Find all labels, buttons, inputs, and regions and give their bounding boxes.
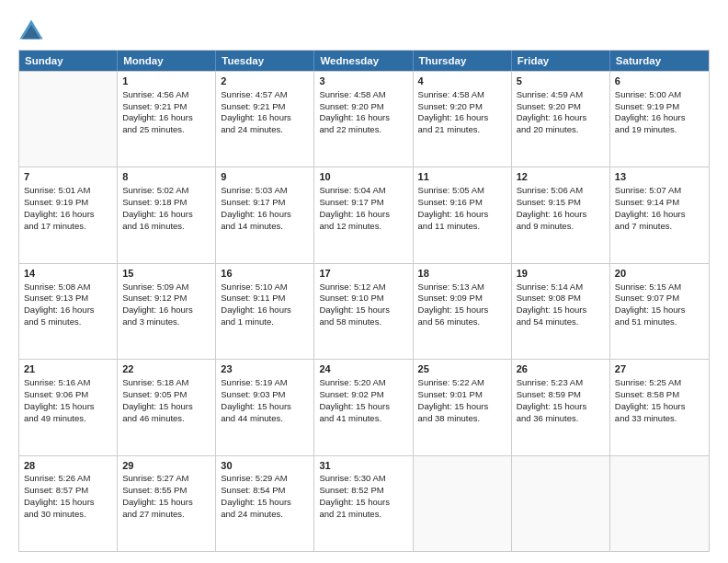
sunrise-text: Sunrise: 5:02 AM <box>122 185 210 197</box>
daylight-text: Daylight: 16 hours <box>615 112 704 124</box>
daylight-text2: and 21 minutes. <box>418 124 506 136</box>
sunset-text: Sunset: 9:13 PM <box>24 293 112 304</box>
day-cell-19: 19 Sunrise: 5:14 AM Sunset: 9:08 PM Dayl… <box>512 264 610 359</box>
day-cell-27: 27 Sunrise: 5:25 AM Sunset: 8:58 PM Dayl… <box>610 360 709 454</box>
daylight-text2: and 3 minutes. <box>122 316 210 328</box>
sunset-text: Sunset: 9:17 PM <box>319 197 407 209</box>
sunset-text: Sunset: 9:07 PM <box>615 293 704 304</box>
daylight-text2: and 5 minutes. <box>24 316 112 328</box>
daylight-text: Daylight: 16 hours <box>122 112 210 124</box>
daylight-text: Daylight: 16 hours <box>517 209 605 221</box>
sunset-text: Sunset: 9:21 PM <box>221 101 309 113</box>
daylight-text: Daylight: 15 hours <box>221 401 309 413</box>
daylight-text2: and 38 minutes. <box>418 413 506 425</box>
sunrise-text: Sunrise: 5:04 AM <box>319 185 407 197</box>
sunrise-text: Sunrise: 4:58 AM <box>319 89 407 101</box>
header-day-saturday: Saturday <box>610 51 709 71</box>
daylight-text2: and 24 minutes. <box>221 124 309 136</box>
daylight-text2: and 21 minutes. <box>319 509 407 521</box>
sunrise-text: Sunrise: 4:57 AM <box>221 89 309 101</box>
page: SundayMondayTuesdayWednesdayThursdayFrid… <box>0 0 728 563</box>
sunrise-text: Sunrise: 5:13 AM <box>418 282 506 293</box>
sunset-text: Sunset: 9:08 PM <box>517 293 605 304</box>
day-cell-28: 28 Sunrise: 5:26 AM Sunset: 8:57 PM Dayl… <box>19 456 118 551</box>
sunrise-text: Sunrise: 5:08 AM <box>24 282 112 293</box>
day-number: 7 <box>24 170 112 184</box>
sunset-text: Sunset: 9:16 PM <box>418 197 506 209</box>
day-cell-14: 14 Sunrise: 5:08 AM Sunset: 9:13 PM Dayl… <box>19 264 118 359</box>
logo-icon <box>18 18 44 44</box>
day-cell-2: 2 Sunrise: 4:57 AM Sunset: 9:21 PM Dayli… <box>216 72 314 167</box>
sunrise-text: Sunrise: 5:03 AM <box>221 185 309 197</box>
sunset-text: Sunset: 9:18 PM <box>122 197 210 209</box>
day-cell-8: 8 Sunrise: 5:02 AM Sunset: 9:18 PM Dayli… <box>118 167 216 262</box>
day-number: 27 <box>615 362 704 376</box>
sunset-text: Sunset: 9:19 PM <box>615 101 704 113</box>
sunrise-text: Sunrise: 5:07 AM <box>615 185 704 197</box>
sunrise-text: Sunrise: 4:56 AM <box>122 89 210 101</box>
daylight-text: Daylight: 16 hours <box>319 112 407 124</box>
daylight-text: Daylight: 15 hours <box>24 401 112 413</box>
daylight-text: Daylight: 16 hours <box>615 209 704 221</box>
empty-cell-4-5 <box>512 456 610 551</box>
daylight-text: Daylight: 15 hours <box>517 304 605 316</box>
daylight-text: Daylight: 16 hours <box>418 209 506 221</box>
daylight-text2: and 27 minutes. <box>122 509 210 521</box>
daylight-text: Daylight: 15 hours <box>517 401 605 413</box>
sunrise-text: Sunrise: 5:01 AM <box>24 185 112 197</box>
daylight-text: Daylight: 16 hours <box>221 112 309 124</box>
sunset-text: Sunset: 9:09 PM <box>418 293 506 304</box>
day-number: 5 <box>517 75 605 88</box>
day-number: 23 <box>221 362 309 376</box>
header-day-wednesday: Wednesday <box>314 51 413 71</box>
day-number: 11 <box>418 170 506 184</box>
sunset-text: Sunset: 9:20 PM <box>319 101 407 113</box>
day-cell-29: 29 Sunrise: 5:27 AM Sunset: 8:55 PM Dayl… <box>118 456 216 551</box>
week-row-1: 1 Sunrise: 4:56 AM Sunset: 9:21 PM Dayli… <box>19 71 709 167</box>
daylight-text: Daylight: 16 hours <box>517 112 605 124</box>
header-day-tuesday: Tuesday <box>216 51 314 71</box>
day-number: 21 <box>24 362 112 376</box>
day-cell-15: 15 Sunrise: 5:09 AM Sunset: 9:12 PM Dayl… <box>118 264 216 359</box>
sunrise-text: Sunrise: 5:16 AM <box>24 377 112 389</box>
sunset-text: Sunset: 8:55 PM <box>122 485 210 497</box>
day-cell-20: 20 Sunrise: 5:15 AM Sunset: 9:07 PM Dayl… <box>610 264 709 359</box>
daylight-text2: and 19 minutes. <box>615 124 704 136</box>
empty-cell-4-6 <box>610 456 709 551</box>
daylight-text: Daylight: 15 hours <box>615 304 704 316</box>
sunset-text: Sunset: 8:59 PM <box>517 389 605 401</box>
daylight-text: Daylight: 15 hours <box>122 401 210 413</box>
day-number: 24 <box>319 362 407 376</box>
sunrise-text: Sunrise: 5:15 AM <box>615 282 704 293</box>
daylight-text2: and 46 minutes. <box>122 413 210 425</box>
calendar-header: SundayMondayTuesdayWednesdayThursdayFrid… <box>19 51 709 71</box>
day-number: 2 <box>221 75 309 88</box>
daylight-text: Daylight: 16 hours <box>221 304 309 316</box>
sunrise-text: Sunrise: 5:18 AM <box>122 377 210 389</box>
day-cell-17: 17 Sunrise: 5:12 AM Sunset: 9:10 PM Dayl… <box>314 264 413 359</box>
daylight-text: Daylight: 16 hours <box>319 209 407 221</box>
day-number: 3 <box>319 75 407 88</box>
daylight-text: Daylight: 16 hours <box>221 209 309 221</box>
day-cell-4: 4 Sunrise: 4:58 AM Sunset: 9:20 PM Dayli… <box>414 72 512 167</box>
daylight-text2: and 24 minutes. <box>221 509 309 521</box>
sunrise-text: Sunrise: 5:10 AM <box>221 282 309 293</box>
daylight-text2: and 36 minutes. <box>517 413 605 425</box>
sunset-text: Sunset: 9:19 PM <box>24 197 112 209</box>
header-day-friday: Friday <box>512 51 610 71</box>
daylight-text: Daylight: 15 hours <box>319 497 407 509</box>
daylight-text2: and 44 minutes. <box>221 413 309 425</box>
day-number: 9 <box>221 170 309 184</box>
daylight-text2: and 22 minutes. <box>319 124 407 136</box>
header-day-sunday: Sunday <box>19 51 118 71</box>
sunrise-text: Sunrise: 5:30 AM <box>319 473 407 485</box>
daylight-text2: and 16 minutes. <box>122 221 210 233</box>
empty-cell-0-0 <box>19 72 118 167</box>
week-row-4: 21 Sunrise: 5:16 AM Sunset: 9:06 PM Dayl… <box>19 359 709 454</box>
day-number: 10 <box>319 170 407 184</box>
daylight-text2: and 9 minutes. <box>517 221 605 233</box>
logo <box>18 18 48 44</box>
sunrise-text: Sunrise: 5:14 AM <box>517 282 605 293</box>
day-number: 17 <box>319 267 407 281</box>
day-cell-26: 26 Sunrise: 5:23 AM Sunset: 8:59 PM Dayl… <box>512 360 610 454</box>
